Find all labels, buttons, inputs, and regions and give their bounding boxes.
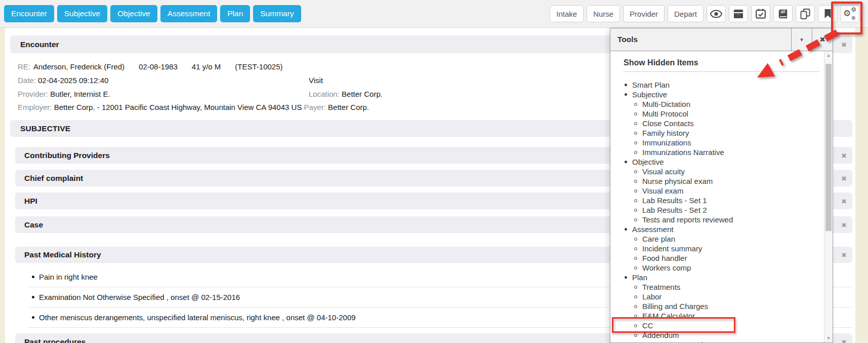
employer-label: Employer: — [18, 103, 52, 111]
payer-label: Payer: — [304, 103, 326, 111]
tools-item-plan[interactable]: Plan — [610, 273, 824, 282]
tools-collapse-button[interactable]: ▼ — [791, 28, 812, 51]
employer-value: Better Corp. - 12001 Pacific Coast Highw… — [54, 103, 302, 111]
location-wrap: Location: Better Corp. — [309, 90, 383, 98]
eye-button[interactable] — [707, 5, 726, 22]
tools-close-button[interactable]: ✖ — [812, 28, 833, 51]
tools-item-objective[interactable]: Objective — [610, 157, 824, 167]
stage-button-group: IntakeNurseProviderDepart — [550, 5, 704, 22]
tools-scrollbar[interactable]: ▲ ▼ — [824, 51, 833, 342]
provider-line: Provider: Butler, Internist E. Location:… — [18, 90, 110, 98]
tools-item-multi-protocol[interactable]: Multi Protocol — [610, 109, 824, 119]
section-nav-group: EncounterSubjectiveObjectiveAssessmentPl… — [4, 5, 301, 22]
show-hidden-items-title: Show Hidden Items — [624, 58, 698, 67]
gears-icon: ⚙⚙⚙ — [844, 8, 856, 19]
close-icon[interactable]: ✖ — [841, 174, 847, 182]
tools-item-treatments[interactable]: Treatments — [610, 282, 824, 292]
close-icon[interactable]: ✖ — [841, 197, 847, 205]
page-margin-left — [0, 28, 5, 343]
nav-button-subjective[interactable]: Subjective — [57, 5, 108, 22]
tools-item-lab-results-set-1[interactable]: Lab Results - Set 1 — [610, 196, 824, 205]
archive-icon — [733, 9, 743, 19]
toolbar-right-group: IntakeNurseProviderDepart ⚙⚙⚙ — [550, 5, 859, 22]
nav-button-summary[interactable]: Summary — [253, 5, 301, 22]
tools-item-food-handler[interactable]: Food handler — [610, 253, 824, 263]
scrollbar-thumb[interactable] — [825, 64, 832, 231]
patient-age-sex: 41 y/o M — [192, 62, 221, 71]
ehr-encounter-page: EncounterSubjectiveObjectiveAssessmentPl… — [0, 0, 868, 343]
provider-label: Provider: — [18, 90, 48, 98]
calendar-check-button[interactable] — [751, 5, 770, 22]
archive-button[interactable] — [729, 5, 748, 22]
tools-item-tests-and-reports-reviewed[interactable]: Tests and reports reviewed — [610, 215, 824, 224]
top-toolbar: EncounterSubjectiveObjectiveAssessmentPl… — [0, 0, 868, 28]
calendar-check-icon — [756, 9, 766, 19]
nav-button-objective[interactable]: Objective — [110, 5, 157, 22]
tools-item-subjective[interactable]: Subjective — [610, 90, 824, 99]
section-title: Chief complaint — [24, 174, 83, 183]
close-icon: ✖ — [819, 35, 825, 44]
tools-panel-header: Tools ▼ ✖ — [610, 28, 833, 51]
bookmark-button[interactable] — [818, 5, 837, 22]
patient-name: Anderson, Frederick (Fred) — [33, 62, 125, 71]
tools-panel-title: Tools — [610, 28, 791, 51]
tools-item-multi-dictation[interactable]: Multi-Dictation — [610, 99, 824, 109]
stage-button-intake[interactable]: Intake — [550, 5, 584, 22]
tools-item-workers-comp[interactable]: Workers comp — [610, 263, 824, 273]
close-icon[interactable]: ✖ — [841, 221, 847, 228]
copy-icon — [800, 9, 810, 19]
tools-item-immunizations-narrative[interactable]: Immunizations Narrative — [610, 147, 824, 157]
tools-panel: Tools ▼ ✖ Show Hidden Items Smart PlanSu… — [610, 28, 833, 343]
re-label: RE: — [18, 62, 30, 71]
close-icon[interactable]: ✖ — [841, 41, 847, 48]
page-margin-right — [855, 28, 868, 343]
location-value: Better Corp. — [342, 90, 383, 98]
tools-item-lab-results-set-2[interactable]: Lab Results - Set 2 — [610, 205, 824, 215]
tools-panel-body: Show Hidden Items Smart PlanSubjectiveMu… — [610, 51, 824, 342]
subjective-title: SUBJECTIVE — [20, 124, 70, 133]
tools-item-nurse-physical-exam[interactable]: Nurse physical exam — [610, 176, 824, 186]
section-title: Case — [24, 220, 43, 230]
tools-item-visual-exam[interactable]: Visual exam — [610, 186, 824, 196]
nav-button-encounter[interactable]: Encounter — [4, 5, 54, 22]
tools-item-incident-summary[interactable]: Incident summary — [610, 244, 824, 253]
close-icon[interactable]: ✖ — [841, 338, 847, 343]
tools-item-addendum[interactable]: Addendum — [610, 330, 824, 340]
tools-item-billing-and-charges[interactable]: Billing and Charges — [610, 301, 824, 311]
patient-record-id: (TEST-10025) — [235, 62, 282, 71]
tools-item-close-contacts[interactable]: Close Contacts — [610, 119, 824, 128]
provider-name: Butler, Internist E. — [50, 90, 110, 98]
eye-icon — [710, 10, 723, 18]
icon-button-group: ⚙⚙⚙ — [707, 5, 859, 22]
payer-value: Better Corp. — [328, 103, 369, 111]
scroll-up-icon[interactable]: ▲ — [824, 53, 833, 58]
close-icon[interactable]: ✖ — [841, 251, 847, 259]
stage-button-nurse[interactable]: Nurse — [587, 5, 620, 22]
stage-button-depart[interactable]: Depart — [668, 5, 704, 22]
employer-line: Employer: Better Corp. - 12001 Pacific C… — [18, 103, 369, 111]
location-label: Location: — [309, 90, 340, 98]
tools-item-e-m-calculator[interactable]: E&M Calculator — [610, 311, 824, 321]
tools-item-care-plan[interactable]: Care plan — [610, 234, 824, 244]
tools-item-cc[interactable]: CC — [610, 321, 824, 330]
nav-button-assessment[interactable]: Assessment — [160, 5, 217, 22]
tools-item-visual-acuity[interactable]: Visual acuity — [610, 167, 824, 176]
stage-button-provider[interactable]: Provider — [623, 5, 665, 22]
encounter-date: 02-04-2025 09:12:40 — [38, 76, 108, 85]
gears-button[interactable]: ⚙⚙⚙ — [840, 5, 859, 22]
tools-item-family-history[interactable]: Family history — [610, 128, 824, 138]
tools-item-assessment[interactable]: Assessment — [610, 224, 824, 234]
tools-item-future-case-appointments[interactable]: Future case appointments — [610, 340, 824, 342]
tools-item-smart-plan[interactable]: Smart Plan — [610, 80, 824, 90]
close-icon[interactable]: ✖ — [841, 151, 847, 159]
tools-item-immunizations[interactable]: Immunizations — [610, 138, 824, 147]
date-label: Date: — [18, 76, 36, 85]
section-title: HPI — [24, 197, 37, 206]
book-button[interactable] — [773, 5, 793, 22]
book-icon — [778, 9, 788, 19]
copy-button[interactable] — [796, 5, 815, 22]
nav-button-plan[interactable]: Plan — [220, 5, 250, 22]
tools-item-labor[interactable]: Labor — [610, 292, 824, 301]
scroll-down-icon[interactable]: ▼ — [824, 336, 833, 340]
patient-dob: 02-08-1983 — [139, 62, 178, 71]
